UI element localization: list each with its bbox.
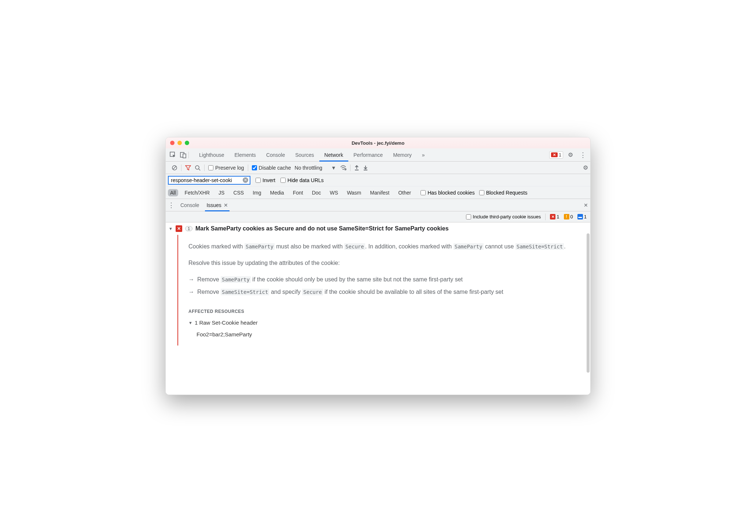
search-icon[interactable] xyxy=(195,165,201,171)
hide-data-urls-checkbox[interactable]: Hide data URLs xyxy=(280,177,324,183)
issue-bullet-1: → Remove SameParty if the cookie should … xyxy=(188,274,580,284)
svg-line-6 xyxy=(199,169,200,170)
svg-point-5 xyxy=(195,166,199,169)
expand-triangle-icon[interactable]: ▼ xyxy=(188,319,192,326)
divider xyxy=(545,214,546,220)
upload-icon[interactable] xyxy=(354,165,359,171)
third-party-label: Include third-party cookie issues xyxy=(473,214,541,219)
more-tabs-icon[interactable] xyxy=(417,148,430,162)
tab-elements[interactable]: Elements xyxy=(230,148,261,162)
issues-error-count: ✕ 1 xyxy=(550,214,559,219)
close-drawer-icon[interactable] xyxy=(584,202,588,208)
code-samesite-strict: SameSite=Strict xyxy=(515,243,564,250)
tab-performance[interactable]: Performance xyxy=(348,148,388,162)
divider xyxy=(181,165,181,171)
filter-icon[interactable] xyxy=(185,165,191,171)
issue-error-icon: ✕ xyxy=(176,225,182,232)
error-icon xyxy=(551,152,558,157)
resource-title: 1 Raw Set-Cookie header xyxy=(195,318,258,328)
download-icon[interactable] xyxy=(363,165,368,171)
tab-memory[interactable]: Memory xyxy=(388,148,417,162)
disable-cache-label: Disable cache xyxy=(259,165,291,171)
issues-toolbar: Include third-party cookie issues ✕ 1 ! … xyxy=(166,211,590,222)
close-tab-icon[interactable] xyxy=(224,202,228,208)
svg-rect-2 xyxy=(183,154,186,158)
network-settings-icon[interactable] xyxy=(583,164,588,171)
error-count: 1 xyxy=(559,152,561,158)
issues-info-count: ▬ 1 xyxy=(577,214,587,219)
filter-row: ✕ Invert Hide data URLs xyxy=(166,174,590,186)
info-icon: ▬ xyxy=(577,214,583,219)
device-toolbar-icon[interactable] xyxy=(178,150,188,160)
type-ws[interactable]: WS xyxy=(328,189,341,196)
tab-lighthouse[interactable]: Lighthouse xyxy=(194,148,230,162)
scrollbar[interactable] xyxy=(587,233,590,373)
filter-input[interactable] xyxy=(169,177,243,184)
preserve-log-checkbox[interactable]: Preserve log xyxy=(208,165,244,171)
code-samesite-strict: SameSite=Strict xyxy=(221,289,269,295)
titlebar: DevTools - jec.fyi/demo xyxy=(166,137,590,148)
preserve-log-label: Preserve log xyxy=(215,165,244,171)
invert-checkbox[interactable]: Invert xyxy=(256,177,275,183)
blocked-cookies-label: Has blocked cookies xyxy=(427,190,474,196)
arrow-icon: → xyxy=(188,287,194,297)
more-menu-icon[interactable] xyxy=(578,150,588,160)
third-party-checkbox[interactable]: Include third-party cookie issues xyxy=(466,214,541,219)
type-font[interactable]: Font xyxy=(291,189,305,196)
drawer-tab-console[interactable]: Console xyxy=(179,199,201,211)
network-toolbar: Preserve log Disable cache No throttling… xyxy=(166,162,590,174)
type-fetch-xhr[interactable]: Fetch/XHR xyxy=(183,189,212,196)
throttling-select[interactable]: No throttling ▼ xyxy=(295,165,336,171)
inspect-element-icon[interactable] xyxy=(168,150,178,160)
code-sameparty: SameParty xyxy=(221,276,251,283)
clear-filter-icon[interactable]: ✕ xyxy=(243,177,248,183)
issue-description-2: Resolve this issue by updating the attri… xyxy=(188,258,580,268)
type-js[interactable]: JS xyxy=(216,189,227,196)
disable-cache-checkbox[interactable]: Disable cache xyxy=(252,165,291,171)
error-badge[interactable]: 1 xyxy=(549,151,563,159)
throttling-label: No throttling xyxy=(295,165,322,171)
issue-body: Cookies marked with SameParty must also … xyxy=(177,235,590,346)
arrow-icon: → xyxy=(188,274,194,284)
type-media[interactable]: Media xyxy=(268,189,286,196)
filter-input-wrap: ✕ xyxy=(168,176,250,185)
type-all[interactable]: All xyxy=(168,189,178,196)
divider xyxy=(248,165,248,171)
issue-header[interactable]: ▼ ✕ 1 Mark SameParty cookies as Secure a… xyxy=(166,222,590,235)
expand-triangle-icon[interactable]: ▼ xyxy=(169,226,173,231)
main-tabs: Lighthouse Elements Console Sources Netw… xyxy=(194,148,549,162)
issue-description-1: Cookies marked with SameParty must also … xyxy=(188,241,580,251)
type-other[interactable]: Other xyxy=(396,189,413,196)
drawer-tabs: Console Issues xyxy=(166,199,590,211)
blocked-requests-label: Blocked Requests xyxy=(486,190,528,196)
drawer-menu-icon[interactable] xyxy=(168,201,175,209)
type-manifest[interactable]: Manifest xyxy=(368,189,392,196)
network-conditions-icon[interactable] xyxy=(340,165,346,171)
divider xyxy=(350,165,351,171)
warning-icon: ! xyxy=(564,214,569,219)
resource-value: Foo2=bar2;SameParty xyxy=(197,330,580,339)
code-secure: Secure xyxy=(344,243,365,250)
tab-network[interactable]: Network xyxy=(319,148,348,162)
code-sameparty: SameParty xyxy=(245,243,275,250)
affected-resources-heading: AFFECTED RESOURCES xyxy=(188,308,580,315)
settings-icon[interactable] xyxy=(565,150,576,160)
has-blocked-cookies-checkbox[interactable]: Has blocked cookies xyxy=(421,190,474,196)
tab-sources[interactable]: Sources xyxy=(290,148,319,162)
divider xyxy=(188,152,189,158)
blocked-requests-checkbox[interactable]: Blocked Requests xyxy=(479,190,528,196)
hide-data-urls-label: Hide data URLs xyxy=(287,177,324,183)
invert-label: Invert xyxy=(263,177,275,183)
clear-icon[interactable] xyxy=(172,165,177,171)
issue-count-badge: 1 xyxy=(185,226,192,231)
tab-console[interactable]: Console xyxy=(261,148,290,162)
issue-bullet-2: → Remove SameSite=Strict and specify Sec… xyxy=(188,287,580,297)
drawer-tab-issues-label: Issues xyxy=(206,202,221,208)
drawer-tab-issues[interactable]: Issues xyxy=(205,199,229,211)
type-img[interactable]: Img xyxy=(250,189,263,196)
type-wasm[interactable]: Wasm xyxy=(345,189,363,196)
devtools-window: DevTools - jec.fyi/demo Lighthouse Eleme… xyxy=(165,137,591,395)
affected-resource-row[interactable]: ▼ 1 Raw Set-Cookie header xyxy=(188,318,580,328)
type-doc[interactable]: Doc xyxy=(310,189,323,196)
type-css[interactable]: CSS xyxy=(231,189,246,196)
